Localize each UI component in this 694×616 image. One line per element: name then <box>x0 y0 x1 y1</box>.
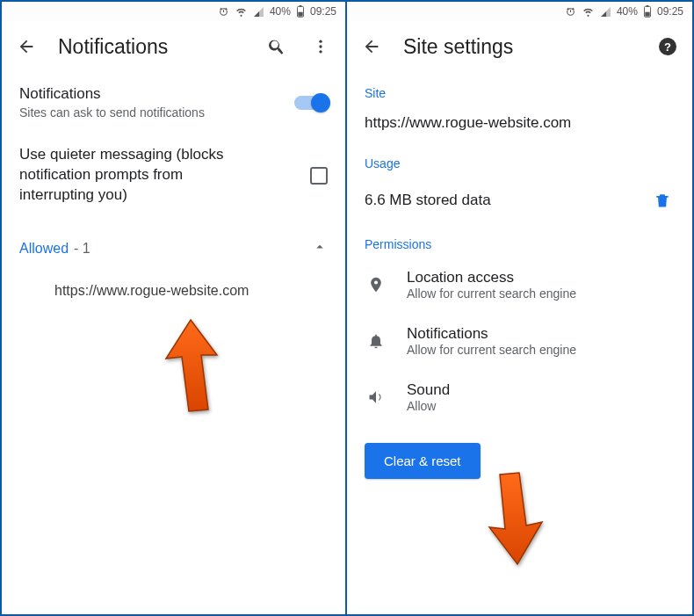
page-title: Site settings <box>403 35 636 59</box>
section-site: Site <box>347 72 692 105</box>
storage-text: 6.6 MB stored data <box>365 192 636 209</box>
page-title: Notifications <box>58 35 245 59</box>
annotation-arrow-2 <box>479 471 553 571</box>
row-storage[interactable]: 6.6 MB stored data <box>347 176 692 228</box>
bell-icon <box>365 331 387 351</box>
row-sound[interactable]: Sound Allow <box>347 369 692 425</box>
signal-icon <box>253 6 264 18</box>
notifications-toggle[interactable] <box>294 96 328 110</box>
wifi-icon <box>235 6 248 18</box>
quieter-text: Use quieter messaging (blocks notificati… <box>19 145 257 206</box>
sound-title: Sound <box>407 381 675 399</box>
battery-percent: 40% <box>270 5 291 18</box>
svg-point-7 <box>319 50 322 53</box>
allowed-label: Allowed <box>19 241 69 257</box>
wifi-icon <box>582 6 595 18</box>
alarm-icon <box>565 6 576 18</box>
search-icon[interactable] <box>264 34 289 59</box>
section-usage: Usage <box>347 148 692 176</box>
panel-site-settings: 40% 09:25 Site settings ? Site https://w… <box>347 2 692 614</box>
notif-title: Notifications <box>407 325 675 343</box>
site-url: https://www.rogue-website.com <box>347 105 692 148</box>
alarm-icon <box>218 6 229 18</box>
svg-rect-4 <box>298 12 302 17</box>
allowed-site-item[interactable]: https://www.rogue-website.com <box>2 269 345 313</box>
annotation-arrow-1 <box>155 318 226 418</box>
row-notifications[interactable]: Notifications Allow for current search e… <box>347 313 692 369</box>
battery-percent: 40% <box>617 5 638 18</box>
location-icon <box>365 274 387 295</box>
status-bar-2: 40% 09:25 <box>347 2 692 21</box>
screenshot-stage: risk.com 40% 09:25 Notifications <box>0 0 694 616</box>
location-title: Location access <box>407 269 675 286</box>
row-location[interactable]: Location access Allow for current search… <box>347 257 692 313</box>
svg-rect-9 <box>647 5 649 7</box>
back-icon[interactable] <box>14 34 39 59</box>
svg-rect-10 <box>645 12 649 17</box>
battery-icon <box>643 5 652 18</box>
svg-rect-3 <box>300 5 302 7</box>
svg-point-6 <box>319 45 322 47</box>
app-bar: Notifications <box>2 21 345 72</box>
quieter-checkbox[interactable] <box>310 167 328 185</box>
row-quieter-messaging[interactable]: Use quieter messaging (blocks notificati… <box>2 133 345 218</box>
clock-time: 09:25 <box>310 5 336 18</box>
panel-notifications: 40% 09:25 Notifications Notifications Si… <box>2 2 347 614</box>
section-permissions: Permissions <box>347 228 692 257</box>
allowed-count: - 1 <box>74 241 90 257</box>
notif-sub: Allow for current search engine <box>407 343 675 357</box>
row-allowed-section[interactable]: Allowed - 1 <box>2 218 345 269</box>
row-notifications-toggle[interactable]: Notifications Sites can ask to send noti… <box>2 72 345 133</box>
sound-sub: Allow <box>407 399 675 413</box>
svg-point-5 <box>319 40 322 43</box>
notifications-sub: Sites can ask to send notifications <box>19 105 280 120</box>
help-icon[interactable]: ? <box>655 34 680 59</box>
clock-time: 09:25 <box>657 5 683 18</box>
app-bar-2: Site settings ? <box>347 21 692 72</box>
clear-reset-button[interactable]: Clear & reset <box>365 443 481 479</box>
overflow-menu-icon[interactable] <box>308 34 333 59</box>
status-bar: 40% 09:25 <box>2 2 345 21</box>
signal-icon <box>600 6 611 18</box>
notifications-heading: Notifications <box>19 84 280 105</box>
back-icon[interactable] <box>359 34 384 59</box>
location-sub: Allow for current search engine <box>407 286 675 301</box>
trash-icon[interactable] <box>650 188 675 213</box>
chevron-up-icon <box>312 239 328 258</box>
sound-icon <box>365 388 387 406</box>
battery-icon <box>296 5 305 18</box>
